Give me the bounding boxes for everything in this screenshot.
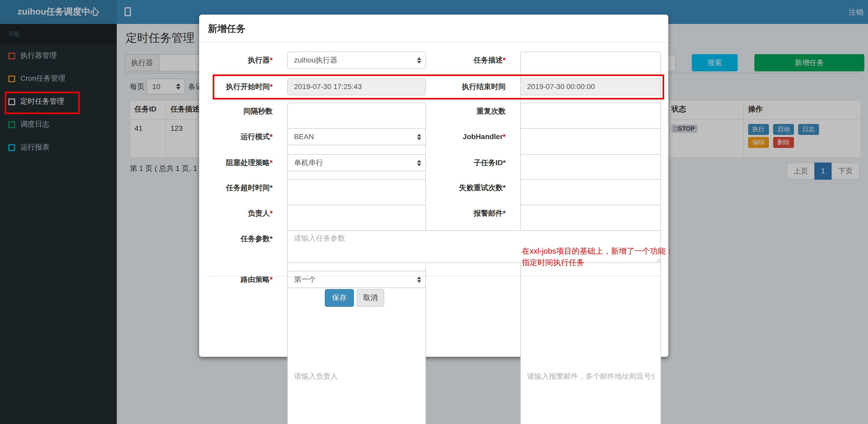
- executor-select[interactable]: zuihou执行器: [287, 52, 426, 69]
- required-star: *: [270, 183, 273, 192]
- child-job-label: 子任务ID*: [418, 154, 506, 171]
- feature-note-line2: 指定时间执行任务: [522, 257, 678, 268]
- repeat-count-label: 重复次数: [418, 103, 506, 120]
- required-star: *: [270, 56, 273, 64]
- end-time-input[interactable]: 2019-07-30 00:00:00: [520, 78, 661, 95]
- app-root: zuihou任务调度中心 注销 导航 执行器管理 Cron任务管理 定时任务管理…: [0, 0, 868, 424]
- jobhandler-label: JobHandler*: [418, 128, 506, 145]
- required-star: *: [270, 209, 273, 217]
- modal-header: 新增任务: [199, 14, 668, 43]
- save-button[interactable]: 保存: [325, 289, 354, 307]
- route-strategy-select[interactable]: 第一个: [287, 271, 426, 288]
- start-time-label: 执行开始时间*: [207, 78, 273, 95]
- owner-label: 负责人*: [207, 205, 273, 222]
- required-star: *: [503, 158, 506, 167]
- executor-label: 执行器*: [207, 52, 273, 69]
- alarm-email-label: 报警邮件*: [418, 205, 506, 222]
- run-mode-select[interactable]: BEAN: [287, 128, 426, 145]
- start-time-input[interactable]: 2019-07-30 17:25:43: [287, 78, 426, 95]
- required-star: *: [270, 158, 273, 167]
- interval-label: 间隔秒数: [207, 103, 273, 120]
- block-strategy-label: 阻塞处理策略*: [207, 154, 273, 171]
- modal-footer-divider: [207, 276, 660, 276]
- route-strategy-label: 路由策略*: [207, 271, 273, 288]
- add-task-modal: 新增任务 执行器* zuihou执行器 任务描述* 执行开始时间* 2019-0…: [199, 14, 668, 357]
- select-arrows-icon: [417, 276, 421, 283]
- required-star: *: [503, 209, 506, 217]
- end-time-label: 执行结束时间: [418, 78, 506, 95]
- required-star: *: [503, 56, 506, 64]
- required-star: *: [270, 82, 273, 91]
- feature-note-line1: 在xxl-jobs项目的基础上，新增了一个功能：: [522, 245, 678, 257]
- run-mode-label: 运行模式*: [207, 128, 273, 145]
- feature-note: 在xxl-jobs项目的基础上，新增了一个功能： 指定时间执行任务: [522, 245, 678, 268]
- required-star: *: [503, 183, 506, 192]
- cancel-button[interactable]: 取消: [356, 289, 384, 307]
- job-param-label: 任务参数*: [207, 230, 273, 248]
- retry-count-label: 失败重试次数*: [418, 179, 506, 196]
- required-star: *: [503, 132, 506, 141]
- modal-title: 新增任务: [208, 14, 246, 43]
- timeout-label: 任务超时时间*: [207, 179, 273, 196]
- job-desc-label: 任务描述*: [418, 52, 506, 69]
- block-strategy-select[interactable]: 单机串行: [287, 154, 426, 171]
- required-star: *: [270, 132, 273, 141]
- required-star: *: [270, 234, 273, 243]
